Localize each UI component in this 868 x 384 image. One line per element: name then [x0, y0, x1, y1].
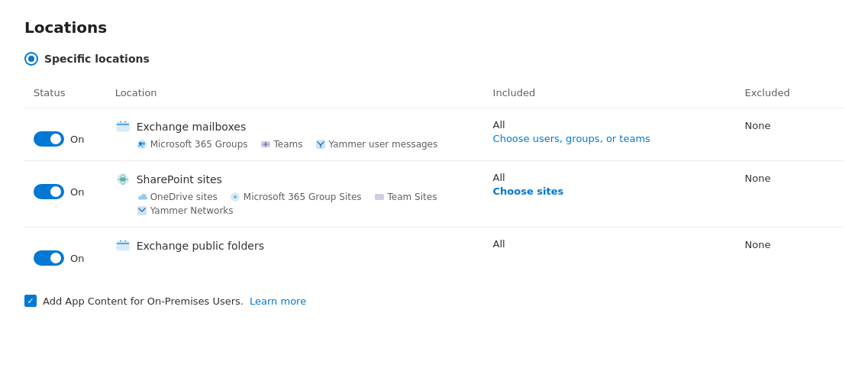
yammer-icon — [315, 139, 326, 150]
location-cell-publicfolders: Exchange public folders — [106, 227, 484, 277]
yammernetworks-icon — [137, 205, 147, 216]
choose-users-link[interactable]: Choose users, groups, or teams — [493, 133, 650, 144]
sub-item-yammernetworks: Yammer Networks — [137, 205, 234, 216]
excluded-none-sharepoint: None — [745, 173, 771, 184]
exchange-sub-items: Microsoft 365 Groups Teams — [137, 139, 475, 150]
sharepoint-sub-items-row2: Yammer Networks — [137, 205, 475, 216]
included-all-sharepoint: All — [493, 172, 727, 183]
sub-item-yammer: Yammer user messages — [315, 139, 438, 150]
included-cell-sharepoint: All Choose sites — [484, 161, 736, 227]
radio-label: Specific locations — [44, 53, 150, 65]
sub-item-m365groupsites: Microsoft 365 Group Sites — [230, 192, 362, 202]
radio-specific-locations[interactable]: Specific locations — [24, 52, 844, 66]
publicfolders-location-name: Exchange public folders — [137, 240, 264, 252]
radio-circle — [24, 52, 38, 66]
status-cell-publicfolders: On — [24, 227, 106, 277]
included-cell-exchange: All Choose users, groups, or teams — [484, 108, 736, 161]
sharepoint-location-name: SharePoint sites — [137, 173, 222, 186]
exchange-location-name: Exchange mailboxes — [137, 121, 247, 133]
page-title: Locations — [24, 18, 844, 37]
sharepoint-sub-items: OneDrive sites Microsoft 365 Group Sites — [137, 192, 475, 202]
table-row: On Exchange mailboxes — [24, 108, 844, 161]
checkbox-check-icon: ✓ — [27, 297, 34, 305]
sub-item-onedrive: OneDrive sites — [137, 192, 218, 202]
svg-rect-12 — [137, 206, 147, 215]
sub-item-teamsites: Team Sites — [374, 192, 437, 202]
table-row: On SharePoint sites — [24, 161, 844, 227]
sharepoint-icon — [115, 172, 131, 187]
status-cell-exchange: On — [24, 108, 106, 161]
table-header: Status Location Included Excluded — [24, 81, 844, 108]
sub-label-m365groupsites: Microsoft 365 Group Sites — [244, 192, 362, 202]
svg-rect-13 — [117, 241, 129, 250]
toggle-thumb — [50, 134, 61, 144]
sub-label-yammernetworks: Yammer Networks — [150, 205, 234, 216]
included-cell-publicfolders: All — [484, 227, 736, 277]
footer-section: ✓ Add App Content for On-Premises Users.… — [24, 295, 844, 307]
m365groups-icon — [137, 139, 147, 150]
svg-point-3 — [142, 142, 145, 145]
col-included: Included — [484, 81, 736, 108]
sub-item-teams: Teams — [260, 139, 303, 150]
excluded-none-exchange: None — [745, 120, 771, 131]
included-all-publicfolders: All — [493, 238, 727, 250]
table-row: On Exchange public folders All — [24, 227, 844, 277]
svg-point-1 — [137, 140, 147, 149]
toggle-thumb — [50, 186, 61, 197]
svg-point-10 — [234, 195, 237, 198]
learn-more-link[interactable]: Learn more — [250, 295, 306, 307]
onedrive-icon — [137, 192, 147, 202]
col-excluded: Excluded — [736, 81, 844, 108]
svg-rect-11 — [375, 194, 384, 200]
sub-label-teamsites: Team Sites — [388, 192, 437, 202]
footer-text: Add App Content for On-Premises Users. — [43, 295, 244, 307]
toggle-thumb — [50, 253, 61, 263]
toggle-publicfolders[interactable] — [34, 250, 64, 266]
sub-label-m365groups: Microsoft 365 Groups — [150, 139, 248, 150]
radio-circle-inner — [28, 56, 34, 62]
add-app-content-checkbox[interactable]: ✓ — [24, 295, 37, 307]
sub-label-teams: Teams — [274, 139, 303, 150]
col-status: Status — [24, 81, 106, 108]
location-cell-sharepoint: SharePoint sites OneDrive sites — [106, 161, 484, 227]
included-all-exchange: All — [493, 119, 727, 131]
publicfolders-icon — [115, 238, 131, 253]
teamsites-icon — [374, 192, 385, 202]
col-location: Location — [106, 81, 484, 108]
sub-label-yammer: Yammer user messages — [329, 139, 438, 150]
sub-label-onedrive: OneDrive sites — [150, 192, 218, 202]
locations-table: Status Location Included Excluded On — [24, 81, 844, 276]
excluded-cell-sharepoint: None — [736, 161, 844, 227]
toggle-on-label-sharepoint: On — [70, 186, 84, 198]
choose-sites-link[interactable]: Choose sites — [493, 186, 564, 197]
excluded-none-publicfolders: None — [745, 239, 771, 250]
excluded-cell-exchange: None — [736, 108, 844, 161]
toggle-on-label-exchange: On — [70, 134, 84, 145]
status-cell-sharepoint: On — [24, 161, 106, 227]
exchange-icon — [115, 119, 131, 134]
toggle-on-label-publicfolders: On — [70, 253, 84, 264]
location-cell-exchange: Exchange mailboxes Microsoft 365 Gr — [106, 108, 484, 161]
toggle-sharepoint[interactable] — [34, 184, 64, 199]
svg-point-2 — [139, 142, 142, 145]
toggle-exchange[interactable] — [34, 131, 64, 147]
m365groupsites-icon — [230, 192, 240, 202]
teams-icon — [260, 139, 271, 150]
svg-rect-0 — [117, 122, 129, 131]
sub-item-m365groups: Microsoft 365 Groups — [137, 139, 248, 150]
excluded-cell-publicfolders: None — [736, 227, 844, 277]
